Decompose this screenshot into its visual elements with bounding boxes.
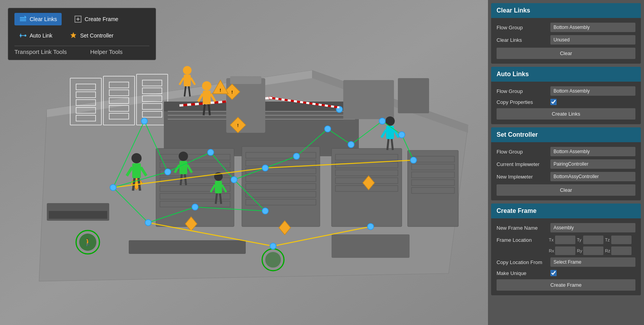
- auto-links-create-button[interactable]: Create Links: [497, 108, 635, 120]
- svg-text:!: !: [220, 88, 221, 93]
- clear-links-label: Clear Links: [30, 16, 57, 22]
- svg-point-143: [379, 118, 385, 124]
- svg-point-144: [399, 132, 405, 138]
- set-controller-panel: Set Controller Flow Group Current Implем…: [491, 127, 641, 200]
- auto-links-panel-header: Auto Links: [491, 67, 641, 82]
- svg-point-137: [208, 149, 214, 155]
- svg-point-71: [265, 252, 281, 268]
- clear-links-title: Clear Links: [497, 7, 530, 14]
- auto-links-copy-props-checkbox[interactable]: [550, 99, 557, 105]
- toolbar-second-row: Auto Link Set Controller: [14, 29, 149, 42]
- set-controller-flow-group-row: Flow Group: [497, 147, 635, 156]
- set-controller-current-impl-label: Current Implемeter: [497, 161, 547, 167]
- svg-point-84: [183, 66, 192, 75]
- rz-input[interactable]: [611, 246, 632, 255]
- svg-line-101: [185, 174, 186, 185]
- set-controller-panel-header: Set Controller: [491, 127, 641, 142]
- svg-point-147: [270, 243, 276, 249]
- auto-link-button[interactable]: Auto Link: [14, 29, 57, 42]
- create-frame-panel: Create Frame New Frame Name Frame Locati…: [491, 204, 641, 295]
- tz-input[interactable]: [611, 236, 632, 244]
- set-controller-new-impl-input[interactable]: [550, 172, 635, 181]
- rx-group: Rx: [549, 246, 575, 255]
- create-frame-panel-body: New Frame Name Frame Location Tx Ty: [491, 218, 641, 295]
- set-controller-label: Set Controller: [80, 32, 114, 39]
- create-frame-button[interactable]: Create Frame: [497, 279, 635, 291]
- auto-link-icon: [19, 32, 27, 39]
- create-frame-button[interactable]: Create Frame: [69, 13, 123, 25]
- frame-loc-inputs-bottom: Rx Ry Rz: [549, 246, 635, 255]
- svg-rect-45: [246, 176, 316, 182]
- set-controller-clear-button[interactable]: Clear: [497, 184, 635, 196]
- svg-point-149: [145, 220, 151, 226]
- ry-input[interactable]: [583, 246, 603, 255]
- svg-line-113: [392, 139, 393, 150]
- make-unique-checkbox[interactable]: [550, 270, 557, 276]
- svg-rect-52: [335, 170, 398, 176]
- ty-group: Ty: [577, 236, 603, 244]
- tz-label: Tz: [605, 238, 610, 242]
- set-controller-flow-group-label: Flow Group: [497, 149, 547, 155]
- rx-label: Rx: [549, 248, 554, 253]
- svg-text:🚶: 🚶: [83, 238, 92, 246]
- svg-line-107: [220, 193, 221, 204]
- copy-location-label: Copy Location From: [497, 259, 547, 265]
- set-controller-button[interactable]: Set Controller: [65, 29, 118, 42]
- set-controller-new-impl-label: New Implемeter: [497, 174, 547, 180]
- svg-text:!: !: [231, 90, 233, 95]
- auto-links-flow-group-input[interactable]: [550, 86, 635, 96]
- svg-point-135: [110, 184, 116, 191]
- svg-point-138: [231, 177, 237, 183]
- clear-links-field-input[interactable]: [550, 35, 635, 45]
- frame-name-input[interactable]: [550, 223, 635, 232]
- ty-label: Ty: [577, 238, 582, 242]
- svg-rect-79: [203, 91, 211, 104]
- set-controller-current-impl-row: Current Implемeter: [497, 159, 635, 169]
- frame-name-label: New Frame Name: [497, 225, 547, 231]
- svg-point-78: [202, 81, 211, 91]
- svg-line-100: [181, 174, 182, 185]
- svg-rect-66: [332, 234, 410, 258]
- clear-links-clear-button[interactable]: Clear: [497, 48, 635, 59]
- set-controller-title: Set Controller: [497, 131, 538, 138]
- svg-rect-57: [412, 164, 454, 170]
- set-controller-panel-body: Flow Group Current Implемeter New Implем…: [491, 142, 641, 200]
- auto-links-title: Auto Links: [497, 71, 529, 77]
- clear-links-button[interactable]: Clear Links: [14, 13, 62, 25]
- svg-rect-109: [386, 126, 394, 139]
- ty-input[interactable]: [583, 236, 603, 244]
- copy-location-input[interactable]: [550, 257, 635, 267]
- svg-point-96: [179, 152, 188, 161]
- svg-line-112: [387, 139, 389, 150]
- svg-marker-168: [71, 32, 76, 38]
- frame-location-tx-row: Frame Location Tx Ty Tz: [497, 236, 635, 244]
- svg-rect-62: [398, 78, 429, 113]
- make-unique-row: Make Unique: [497, 270, 635, 276]
- copy-location-row: Copy Location From: [497, 257, 635, 267]
- tx-input[interactable]: [555, 236, 575, 244]
- rx-input[interactable]: [555, 246, 575, 255]
- svg-rect-97: [179, 161, 187, 174]
- toolbar: Clear Links Create Frame: [8, 8, 156, 60]
- svg-rect-85: [184, 75, 191, 86]
- svg-point-164: [25, 35, 27, 37]
- svg-point-146: [262, 208, 268, 214]
- clear-links-panel-body: Flow Group Clear Links Clear: [491, 18, 641, 64]
- clear-links-icon: [19, 15, 27, 23]
- clear-links-flow-group-input[interactable]: [550, 23, 635, 32]
- svg-rect-91: [132, 163, 141, 178]
- svg-point-163: [20, 35, 22, 37]
- set-controller-flow-group-input[interactable]: [550, 147, 635, 156]
- rz-label: Rz: [605, 248, 610, 253]
- svg-rect-46: [246, 184, 316, 189]
- frame-loc-inputs-top: Tx Ty Tz: [549, 236, 635, 244]
- clear-links-field-label: Clear Links: [497, 37, 547, 43]
- svg-rect-65: [129, 240, 246, 254]
- set-controller-current-impl-input[interactable]: [550, 159, 635, 169]
- create-frame-title: Create Frame: [497, 207, 536, 214]
- clear-links-flow-group-label: Flow Group: [497, 25, 547, 30]
- clear-links-panel-header: Clear Links: [491, 3, 641, 18]
- toolbar-top-row: Clear Links Create Frame: [14, 13, 149, 25]
- auto-links-flow-group-row: Flow Group: [497, 86, 635, 96]
- svg-rect-43: [246, 160, 316, 166]
